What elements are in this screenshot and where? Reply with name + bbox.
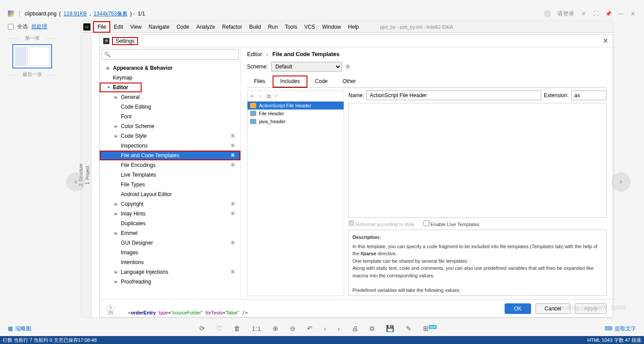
file-name: clipboard.png: [25, 11, 56, 17]
tree-file-encodings[interactable]: File Encodings▣: [100, 160, 240, 170]
thumbnail-current[interactable]: [12, 44, 52, 68]
tree-font[interactable]: Font: [100, 112, 240, 121]
tree-gui[interactable]: GUI Designer▣: [100, 238, 240, 248]
edit-icon[interactable]: ✎: [406, 325, 412, 333]
menu-navigate[interactable]: Navigate: [145, 22, 173, 32]
menu-edit[interactable]: Edit: [110, 22, 127, 32]
trash-icon[interactable]: 🗑: [234, 325, 240, 333]
tab-other[interactable]: Other: [336, 76, 363, 87]
prev-image-button[interactable]: ‹: [66, 172, 86, 192]
menu-file[interactable]: File: [93, 21, 110, 33]
select-all-checkbox[interactable]: [8, 24, 14, 30]
apps-icon[interactable]: ⊞new: [423, 325, 437, 333]
close-window-icon[interactable]: ✕: [630, 11, 636, 17]
tree-proof[interactable]: ▶Proofreading: [100, 277, 240, 287]
tree-lang-inj[interactable]: ▶Language Injections▣: [100, 267, 240, 277]
list-item[interactable]: File Header: [247, 110, 344, 117]
list-item[interactable]: java_header: [247, 117, 344, 125]
zoom-in-icon[interactable]: ⊕: [273, 325, 278, 333]
tree-appearance[interactable]: ▶Appearance & Behavior: [100, 63, 240, 73]
tree-live-templates[interactable]: Live Templates: [100, 170, 240, 180]
menu-run[interactable]: Run: [265, 22, 281, 32]
batch-link[interactable]: 批处理: [31, 23, 47, 30]
one-to-one-icon[interactable]: 1:1: [252, 325, 261, 333]
print-icon[interactable]: 🖨: [352, 325, 358, 333]
fullscreen-icon[interactable]: ⛶: [593, 11, 599, 17]
tree-intentions[interactable]: Intentions: [100, 257, 240, 267]
tree-code-editing[interactable]: Code Editing: [100, 102, 240, 112]
remove-icon[interactable]: －: [258, 92, 263, 100]
tree-inlay[interactable]: ▶Inlay Hints▣: [100, 209, 240, 219]
ext-input[interactable]: [571, 91, 607, 100]
tree-color-scheme[interactable]: ▶Color Scheme: [100, 121, 240, 131]
tree-keymap[interactable]: Keymap: [100, 73, 240, 83]
tree-general[interactable]: ▶General: [100, 92, 240, 102]
close-icon[interactable]: ✕: [603, 37, 608, 45]
image-viewport: IJ File Edit View Navigate Code Analyze …: [82, 21, 613, 318]
app-logo: [8, 11, 14, 17]
thumbnail-link[interactable]: 缩略图: [15, 325, 31, 333]
gear-icon[interactable]: ⚙: [345, 64, 350, 70]
tab-includes[interactable]: Includes: [273, 76, 307, 87]
scheme-select[interactable]: Default: [271, 62, 342, 72]
next-image-button[interactable]: ›: [611, 172, 631, 192]
file-icon: [250, 119, 256, 124]
tree-code-style[interactable]: ▶Code Style▣: [100, 131, 240, 141]
login-link[interactable]: 请登录: [557, 10, 574, 18]
list-item[interactable]: ActionScript File Header: [247, 102, 344, 110]
tree-emmet[interactable]: ▶Emmet: [100, 228, 240, 238]
tree-file-templates[interactable]: File and Code Templates▣: [100, 151, 240, 160]
first-image-label: 第一张: [8, 35, 56, 42]
ide-menubar: IJ File Edit View Navigate Code Analyze …: [82, 21, 613, 33]
breadcrumb: Editor › File and Code Templates: [247, 51, 607, 62]
prev-icon[interactable]: ‹: [324, 325, 326, 333]
settings-icon: ⚙: [103, 38, 109, 44]
name-input[interactable]: [367, 91, 541, 100]
ok-button[interactable]: OK: [505, 303, 531, 314]
ocr-icon: ⌨: [605, 325, 612, 332]
tree-duplicates[interactable]: Duplicates: [100, 219, 240, 228]
pin-icon[interactable]: 📌: [605, 11, 611, 17]
next-icon[interactable]: ›: [338, 325, 340, 333]
menu-build[interactable]: Build: [246, 22, 265, 32]
tree-android[interactable]: Android Layout Editor: [100, 189, 240, 199]
status-bar: 行数 当前行 7 当前列 0 文言已保存17:08:48 HTML 1043 字…: [0, 336, 644, 344]
ocr-link[interactable]: 提取文字: [615, 325, 636, 333]
rotate-icon[interactable]: ⟳: [199, 325, 205, 333]
menu-view[interactable]: View: [127, 22, 145, 32]
tool-project[interactable]: 1: Project: [84, 33, 91, 318]
template-editor[interactable]: [348, 103, 607, 218]
tree-editor[interactable]: ▼Editor: [100, 83, 142, 92]
menu-tools[interactable]: Tools: [281, 22, 301, 32]
add-icon[interactable]: ＋: [249, 92, 255, 100]
enable-live-checkbox[interactable]: [423, 220, 429, 226]
heart-icon[interactable]: ♡: [217, 325, 222, 333]
menu-help[interactable]: Help: [344, 22, 363, 32]
menu-vcs[interactable]: VCS: [301, 22, 319, 32]
tree-copyright[interactable]: ▶Copyright▣: [100, 199, 240, 209]
tab-files[interactable]: Files: [247, 76, 272, 87]
ide-window-title: pjxt_by - pjxt_by.iml - IntelliJ IDEA: [380, 24, 453, 30]
minimize-icon[interactable]: —: [618, 11, 624, 17]
menu-code[interactable]: Code: [173, 22, 193, 32]
list-toolbar: ＋ － ⧉ ↶: [247, 91, 344, 102]
menu-analyze[interactable]: Analyze: [193, 22, 219, 32]
copy-icon[interactable]: ⧉: [267, 93, 271, 99]
zoom-out-icon[interactable]: ⊖: [290, 325, 296, 333]
save-icon[interactable]: 💾: [386, 325, 394, 333]
menu-window[interactable]: Window: [318, 22, 344, 32]
ide-logo-icon: IJ: [83, 23, 90, 30]
reformat-checkbox: [348, 220, 354, 226]
scheme-label: Scheme:: [247, 64, 268, 70]
menu-refactor[interactable]: Refactor: [219, 22, 246, 32]
rotate-left-icon[interactable]: ↶: [307, 325, 313, 333]
file-size[interactable]: 119.91KB: [64, 11, 87, 17]
tree-images[interactable]: Images: [100, 248, 240, 257]
tab-code[interactable]: Code: [308, 76, 335, 87]
tree-file-types[interactable]: File Types: [100, 180, 240, 189]
file-dims[interactable]: 1344x753像素: [94, 10, 127, 18]
menu-icon[interactable]: ≡: [580, 11, 587, 17]
settings-search-input[interactable]: [101, 49, 239, 60]
tree-inspections[interactable]: Inspections▣: [100, 141, 240, 151]
copy-image-icon[interactable]: ⧉: [370, 325, 374, 333]
